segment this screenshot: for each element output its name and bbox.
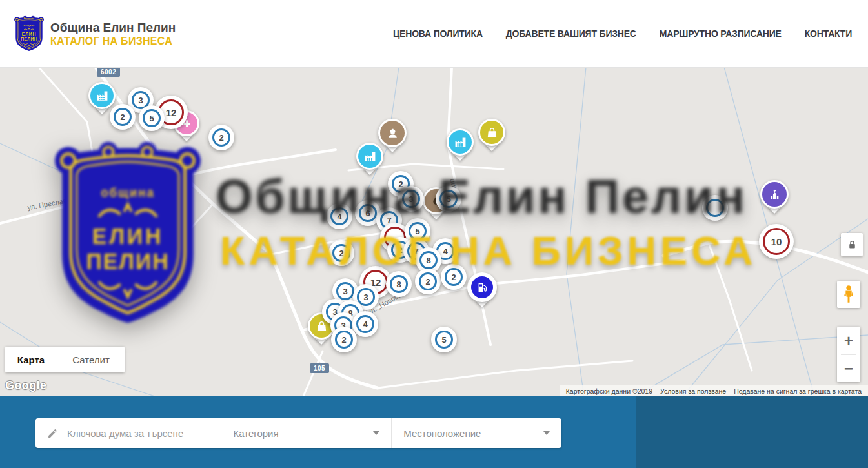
map-marker-cluster[interactable]: 5 (139, 105, 165, 131)
pin-disc (88, 82, 116, 109)
pin-disc (760, 180, 789, 209)
svg-text:ПЕЛИН: ПЕЛИН (21, 37, 37, 41)
map-marker-cluster[interactable]: 10 (759, 224, 794, 259)
map-marker-cluster[interactable]: 8 (386, 271, 412, 297)
cluster-count: 5 (143, 109, 161, 127)
terms-link[interactable]: Условия за ползване (656, 387, 730, 395)
location-select-value: Местоположение (403, 428, 481, 439)
keyword-search-input[interactable] (66, 427, 217, 440)
pin-disc (356, 143, 383, 170)
category-select-value: Категория (233, 428, 278, 439)
factory-icon (96, 90, 108, 102)
header: община ЕЛИН ПЕЛИН Община Елин Пелин КАТА… (0, 0, 868, 68)
factory-icon (454, 136, 467, 148)
map-tab-satellite[interactable]: Сателит (57, 347, 125, 372)
factory-icon (364, 150, 376, 163)
svg-text:ПЕЛИН: ПЕЛИН (86, 249, 170, 274)
fuel-icon (471, 276, 493, 298)
cluster-count: 5 (435, 331, 453, 349)
map-marker-pin[interactable] (760, 180, 789, 209)
pegman-button[interactable] (837, 281, 860, 308)
map-marker-cluster[interactable]: 4 (352, 311, 378, 337)
site-logo[interactable]: община ЕЛИН ПЕЛИН Община Елин Пелин КАТА… (14, 15, 176, 52)
lock-button[interactable] (841, 233, 863, 256)
cluster-count: 8 (390, 275, 408, 293)
nav-item-bus-schedule[interactable]: МАРШРУТНО РАЗПИСАНИЕ (660, 28, 782, 39)
cluster-count: 2 (212, 128, 230, 147)
nav-item-add-business[interactable]: ДОБАВЕТЕ ВАШИЯТ БИЗНЕС (506, 28, 636, 39)
main-nav: ЦЕНОВА ПОЛИТИКА ДОБАВЕТЕ ВАШИЯТ БИЗНЕС М… (393, 0, 852, 67)
map-tab-map[interactable]: Карта (5, 347, 57, 372)
search-bar-dark-panel (636, 396, 868, 468)
zoom-control: + − (837, 327, 860, 382)
cluster-count: 3 (336, 282, 354, 300)
nav-item-contacts[interactable]: КОНТАКТИ (805, 28, 852, 39)
svg-text:община: община (24, 25, 35, 27)
attribution-copyright: Картографски данни ©2019 (562, 387, 656, 395)
watermark-subtitle: КАТАЛОГ НА БИЗНЕСА (220, 227, 757, 274)
worker-icon (387, 127, 399, 139)
search-bar: Категория Местоположение ТЪРСЕНЕ (0, 396, 868, 468)
cluster-count: 2 (335, 331, 353, 349)
map-marker-pin[interactable] (467, 272, 497, 302)
report-error-link[interactable]: Подаване на сигнал за грешка в картата (730, 387, 865, 395)
chevron-down-icon (373, 431, 379, 435)
zoom-out-button[interactable]: − (837, 355, 860, 382)
keyword-field-wrap (35, 418, 221, 448)
zoom-in-button[interactable]: + (837, 327, 860, 354)
cluster-count: 2 (114, 108, 132, 126)
municipality-crest-icon: община ЕЛИН ПЕЛИН (14, 15, 44, 52)
map-marker-pin[interactable] (447, 128, 474, 156)
watermark-title: Община Елин Пелин (216, 169, 747, 224)
pencil-icon (47, 428, 58, 439)
pin-disc (478, 119, 505, 146)
church-icon (769, 188, 781, 201)
map-marker-cluster[interactable]: 2 (208, 125, 234, 150)
pin-disc (447, 128, 474, 156)
map-marker-pin[interactable] (478, 119, 505, 146)
bag-icon (316, 320, 328, 332)
category-select[interactable]: Категория (221, 418, 392, 448)
map-marker-pin[interactable] (88, 82, 116, 109)
nav-item-pricing[interactable]: ЦЕНОВА ПОЛИТИКА (393, 28, 483, 39)
map-attribution: Картографски данни ©2019 Условия за полз… (560, 385, 868, 396)
search-form: Категория Местоположение (35, 418, 561, 448)
svg-text:ЕЛИН: ЕЛИН (22, 32, 36, 36)
map-type-control: Карта Сателит (5, 347, 125, 372)
location-select[interactable]: Местоположение (392, 418, 561, 448)
chevron-down-icon (543, 431, 550, 435)
map-marker-cluster[interactable]: 2 (331, 327, 357, 352)
lock-icon (847, 239, 858, 250)
cluster-count: 10 (763, 228, 790, 255)
bag-icon (486, 127, 498, 139)
site-subtitle: КАТАЛОГ НА БИЗНЕСА (50, 35, 176, 47)
cluster-count: 4 (356, 315, 374, 333)
svg-text:ЕЛИН: ЕЛИН (92, 224, 163, 249)
cluster-count: 3 (357, 288, 375, 306)
map-marker-pin[interactable] (356, 143, 383, 170)
cluster-count: 2 (419, 272, 437, 290)
pin-disc (467, 272, 497, 302)
map-marker-cluster[interactable]: 2 (110, 104, 136, 130)
svg-text:община: община (101, 186, 155, 199)
pegman-icon (842, 285, 856, 304)
map-marker-cluster[interactable]: 5 (431, 327, 457, 352)
google-map[interactable]: ул. Преслав бул. „Новосел ции 6002 105 (0, 67, 868, 396)
watermark-crest: община ЕЛИН ПЕЛИН (55, 139, 201, 327)
google-logo[interactable]: Google (5, 379, 46, 392)
site-title: Община Елин Пелин (50, 20, 176, 36)
